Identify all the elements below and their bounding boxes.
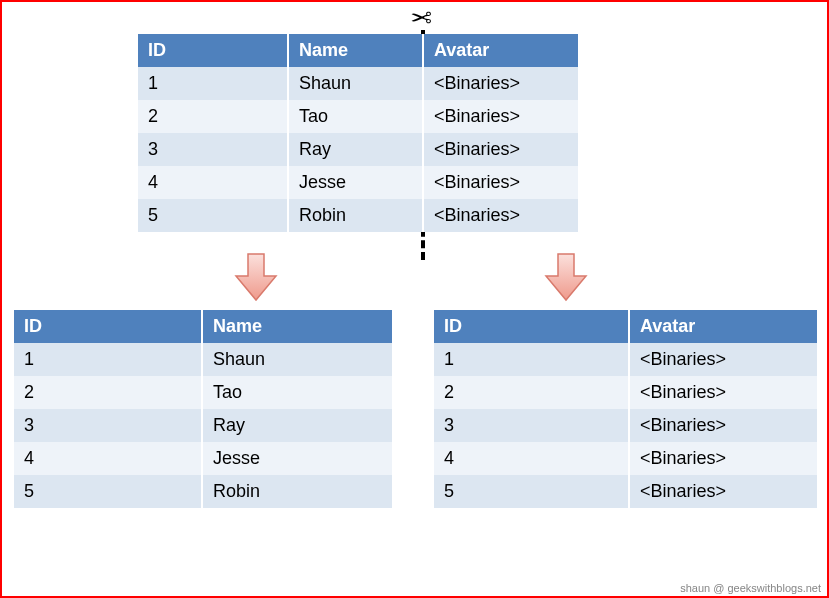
- table-row: 5 <Binaries>: [434, 475, 817, 508]
- cell-id: 2: [14, 376, 202, 409]
- cell-id: 4: [138, 166, 288, 199]
- cell-avatar: <Binaries>: [423, 166, 578, 199]
- cell-avatar: <Binaries>: [629, 343, 817, 376]
- col-avatar-header: Avatar: [423, 34, 578, 67]
- cell-id: 5: [14, 475, 202, 508]
- cell-id: 2: [138, 100, 288, 133]
- source-table: ID Name Avatar 1 Shaun <Binaries> 2 Tao …: [138, 34, 578, 232]
- table-row: 5 Robin: [14, 475, 392, 508]
- table-row: 4 <Binaries>: [434, 442, 817, 475]
- cell-avatar: <Binaries>: [423, 199, 578, 232]
- cell-name: Shaun: [202, 343, 392, 376]
- table-row: 5 Robin <Binaries>: [138, 199, 578, 232]
- cell-id: 1: [14, 343, 202, 376]
- cell-name: Tao: [202, 376, 392, 409]
- cell-id: 4: [14, 442, 202, 475]
- cell-name: Jesse: [202, 442, 392, 475]
- cell-avatar: <Binaries>: [423, 100, 578, 133]
- table-row: 1 Shaun: [14, 343, 392, 376]
- split-table-right: ID Avatar 1 <Binaries> 2 <Binaries> 3 <B…: [434, 310, 817, 508]
- cell-name: Ray: [202, 409, 392, 442]
- cell-avatar: <Binaries>: [629, 409, 817, 442]
- cell-id: 5: [138, 199, 288, 232]
- cell-avatar: <Binaries>: [423, 67, 578, 100]
- cell-name: Shaun: [288, 67, 423, 100]
- cell-avatar: <Binaries>: [629, 376, 817, 409]
- cell-name: Robin: [288, 199, 423, 232]
- cell-id: 1: [138, 67, 288, 100]
- table-row: 1 Shaun <Binaries>: [138, 67, 578, 100]
- table-header-row: ID Name Avatar: [138, 34, 578, 67]
- col-avatar-header: Avatar: [629, 310, 817, 343]
- col-id-header: ID: [14, 310, 202, 343]
- col-name-header: Name: [202, 310, 392, 343]
- table-row: 3 <Binaries>: [434, 409, 817, 442]
- split-table-left: ID Name 1 Shaun 2 Tao 3 Ray 4 Jesse 5: [14, 310, 392, 508]
- diagram-canvas: ✂ ID Name Avatar 1 Shaun <Binaries> 2 Ta…: [2, 2, 827, 596]
- table-row: 2 Tao <Binaries>: [138, 100, 578, 133]
- col-id-header: ID: [138, 34, 288, 67]
- cell-avatar: <Binaries>: [423, 133, 578, 166]
- col-id-header: ID: [434, 310, 629, 343]
- cell-avatar: <Binaries>: [629, 442, 817, 475]
- cell-id: 3: [14, 409, 202, 442]
- attribution-text: shaun @ geekswithblogs.net: [680, 582, 821, 594]
- cell-id: 2: [434, 376, 629, 409]
- cell-name: Jesse: [288, 166, 423, 199]
- cell-name: Ray: [288, 133, 423, 166]
- table-row: 2 Tao: [14, 376, 392, 409]
- split-arrow-right: [544, 252, 588, 302]
- cell-id: 3: [138, 133, 288, 166]
- table-header-row: ID Name: [14, 310, 392, 343]
- col-name-header: Name: [288, 34, 423, 67]
- table-header-row: ID Avatar: [434, 310, 817, 343]
- cell-id: 3: [434, 409, 629, 442]
- cell-avatar: <Binaries>: [629, 475, 817, 508]
- table-row: 2 <Binaries>: [434, 376, 817, 409]
- cell-id: 5: [434, 475, 629, 508]
- split-arrow-left: [234, 252, 278, 302]
- cell-id: 1: [434, 343, 629, 376]
- table-row: 4 Jesse: [14, 442, 392, 475]
- table-row: 4 Jesse <Binaries>: [138, 166, 578, 199]
- table-row: 1 <Binaries>: [434, 343, 817, 376]
- table-row: 3 Ray: [14, 409, 392, 442]
- cell-name: Robin: [202, 475, 392, 508]
- cell-id: 4: [434, 442, 629, 475]
- scissors-icon: ✂: [410, 4, 432, 30]
- table-row: 3 Ray <Binaries>: [138, 133, 578, 166]
- cell-name: Tao: [288, 100, 423, 133]
